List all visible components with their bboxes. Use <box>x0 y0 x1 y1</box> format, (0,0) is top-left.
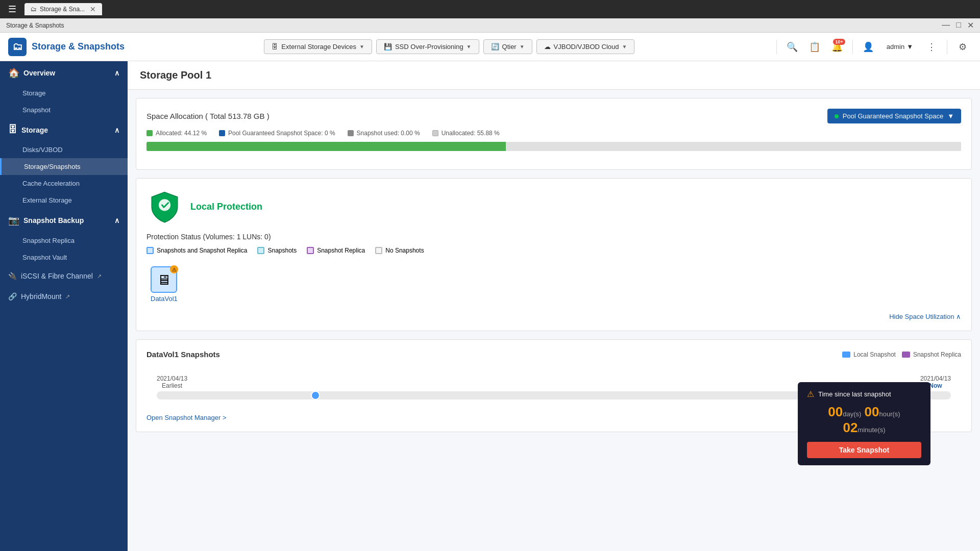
header-nav: 🗄 External Storage Devices ▼ 💾 SSD Over-… <box>133 39 766 54</box>
sidebar-group-snapshot-backup[interactable]: 📷 Snapshot Backup ∧ <box>0 209 128 232</box>
sidebar-item-hybridmount[interactable]: 🔗 HybridMount ↗ <box>0 286 128 307</box>
chevron-up-icon: ∧ <box>956 313 961 320</box>
hide-space-link[interactable]: Hide Space Utilization ∧ <box>889 313 961 320</box>
tooltip-title-text: Time since last snapshot <box>818 390 891 398</box>
legend-no-snapshots-label: No Snapshots <box>385 247 424 254</box>
legend-allocated-label: Allocated: 44.12 % <box>156 130 207 137</box>
local-protection-title: Local Protection <box>190 202 262 212</box>
tooltip-time: 00day(s) 00hour(s) 02minute(s) <box>807 404 921 436</box>
window-title-bar: Storage & Snapshots — □ ✕ <box>0 18 980 33</box>
alert-button[interactable]: 🔔 10+ <box>828 38 846 56</box>
header-divider-2 <box>852 40 853 54</box>
sidebar-item-storage-overview[interactable]: Storage <box>0 85 128 102</box>
legend-snapshots-and-replica-label: Snapshots and Snapshot Replica <box>157 247 247 254</box>
volume-warning-icon: ⚠ <box>170 265 178 273</box>
tooltip-minutes-label: minute(s) <box>857 426 885 434</box>
pool-btn-chevron-icon: ▼ <box>947 112 954 120</box>
vjbod-button[interactable]: ☁ VJBOD/VJBOD Cloud ▼ <box>536 39 635 54</box>
window-title-text: Storage & Snapshots <box>6 22 64 29</box>
legend-pool-label: Pool Guaranteed Snapshot Space: 0 % <box>228 130 335 137</box>
pool-btn-dot <box>835 114 839 118</box>
sidebar-item-iscsi[interactable]: 🔌 iSCSI & Fibre Channel ↗ <box>0 266 128 286</box>
volume-icon-symbol: 🖥 <box>157 271 171 288</box>
overview-icon: 🏠 <box>8 67 19 79</box>
window-controls: — □ ✕ <box>942 20 974 30</box>
sidebar-group-snapshot-backup-left: 📷 Snapshot Backup <box>8 215 84 226</box>
tooltip-minutes-value: 02 <box>843 420 857 435</box>
sidebar-item-disks[interactable]: Disks/VJBOD <box>0 141 128 158</box>
tab-label: Storage & Sna... <box>40 6 85 13</box>
sidebar-group-overview[interactable]: 🏠 Overview ∧ <box>0 61 128 85</box>
external-link-icon-2: ↗ <box>65 293 70 300</box>
app-header: 🗂 Storage & Snapshots 🗄 External Storage… <box>0 33 980 61</box>
timeline-now-date: 2021/04/13 <box>920 375 951 382</box>
qtier-button[interactable]: 🔄 Qtier ▼ <box>483 39 532 54</box>
title-bar: ☰ 🗂 Storage & Sna... ✕ <box>0 0 980 18</box>
sidebar: 🏠 Overview ∧ Storage Snapshot 🗄 Storage … <box>0 61 128 551</box>
content-area: Storage Pool 1 Space Allocation ( Total … <box>128 61 980 551</box>
progress-unallocated <box>506 142 961 151</box>
header-divider-3 <box>947 40 947 54</box>
sidebar-group-storage-left: 🗄 Storage <box>8 124 48 135</box>
sidebar-section-storage: 🗄 Storage ∧ Disks/VJBOD Storage/Snapshot… <box>0 118 128 209</box>
open-snapshot-manager-link[interactable]: Open Snapshot Manager > <box>146 414 226 421</box>
timeline-earliest-label: Earliest <box>157 382 187 389</box>
qtier-label: Qtier <box>502 43 517 51</box>
hybridmount-label: HybridMount <box>21 292 61 300</box>
admin-menu-button[interactable]: admin ▼ <box>881 41 918 53</box>
minimize-button[interactable]: — <box>942 20 950 30</box>
header-actions: 🔍 📋 🔔 10+ 👤 admin ▼ ⋮ ⚙ <box>774 38 972 56</box>
volume-datavol1[interactable]: 🖥 ⚠ DataVol1 <box>151 266 178 303</box>
sidebar-group-storage[interactable]: 🗄 Storage ∧ <box>0 118 128 141</box>
sidebar-item-external[interactable]: External Storage <box>0 192 128 209</box>
timeline-earliest-date: 2021/04/13 <box>157 375 187 382</box>
snapshot-tooltip: ⚠ Time since last snapshot 00day(s) 00ho… <box>798 382 930 465</box>
local-protection-section: Local Protection Protection Status (Volu… <box>136 178 972 331</box>
app-logo-text: Storage & Snapshots <box>32 41 125 52</box>
progress-allocated <box>146 142 506 151</box>
settings-button[interactable]: ⚙ <box>953 38 972 56</box>
volume-label[interactable]: DataVol1 <box>151 295 178 303</box>
legend-snapshot-replica-label: Snapshot Replica <box>317 247 365 254</box>
more-options-button[interactable]: ⋮ <box>922 38 941 56</box>
local-snapshot-label: Local Snapshot <box>853 351 896 358</box>
legend-pool-dot <box>219 130 225 136</box>
tooltip-hours-label: hour(s) <box>879 410 900 418</box>
ssd-icon: 💾 <box>384 43 392 51</box>
sidebar-item-snapshot-replica[interactable]: Snapshot Replica <box>0 232 128 249</box>
take-snapshot-button[interactable]: Take Snapshot <box>807 442 921 458</box>
tab-close-button[interactable]: ✕ <box>90 5 96 13</box>
legend-allocated: Allocated: 44.12 % <box>146 130 207 137</box>
sidebar-item-cache[interactable]: Cache Acceleration <box>0 175 128 192</box>
snapshot-backup-chevron-icon: ∧ <box>114 216 119 224</box>
space-legend: Allocated: 44.12 % Pool Guaranteed Snaps… <box>146 130 961 137</box>
chevron-down-icon-4: ▼ <box>622 44 627 49</box>
protection-status: Protection Status (Volumes: 1 LUNs: 0) <box>146 233 961 241</box>
overview-label: Overview <box>23 69 55 77</box>
app-logo: 🗂 Storage & Snapshots <box>8 38 125 56</box>
external-storage-icon: 🗄 <box>272 43 278 51</box>
legend-box-purple <box>307 247 314 254</box>
close-button[interactable]: ✕ <box>967 20 974 30</box>
ssd-over-provisioning-button[interactable]: 💾 SSD Over-Provisioning ▼ <box>376 39 479 54</box>
user-button[interactable]: 👤 <box>859 38 877 56</box>
external-storage-devices-button[interactable]: 🗄 External Storage Devices ▼ <box>264 39 372 54</box>
vjbod-label: VJBOD/VJBOD Cloud <box>554 43 619 51</box>
search-button[interactable]: 🔍 <box>783 38 801 56</box>
resources-button[interactable]: 📋 <box>805 38 824 56</box>
legend-unallocated-label: Unallocated: 55.88 % <box>442 130 500 137</box>
browser-tab[interactable]: 🗂 Storage & Sna... ✕ <box>24 3 102 15</box>
legend-snapshots-label: Snapshots <box>267 247 297 254</box>
local-snapshot-color <box>842 352 850 358</box>
maximize-button[interactable]: □ <box>956 20 961 30</box>
hamburger-menu-icon[interactable]: ☰ <box>4 2 20 17</box>
pool-guaranteed-snapshot-button[interactable]: Pool Guaranteed Snapshot Space ▼ <box>827 109 961 123</box>
sidebar-item-snapshot-overview[interactable]: Snapshot <box>0 102 128 118</box>
tooltip-title: ⚠ Time since last snapshot <box>807 389 921 399</box>
sidebar-item-snapshot-vault[interactable]: Snapshot Vault <box>0 249 128 266</box>
timeline-snapshot-dot[interactable] <box>311 391 320 400</box>
legend-snapshot-replica-2: Snapshot Replica <box>902 351 961 358</box>
sidebar-item-storage-snapshots[interactable]: Storage/Snapshots <box>0 158 128 175</box>
protection-legend-row: Snapshots and Snapshot Replica Snapshots… <box>146 247 961 254</box>
legend-snapshot-replica: Snapshot Replica <box>307 247 365 254</box>
